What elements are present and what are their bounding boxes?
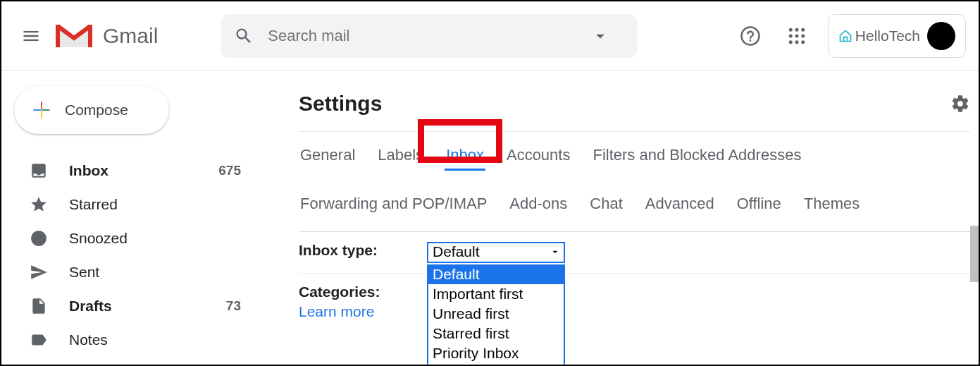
svg-point-7 [795, 40, 798, 44]
tab-forwarding[interactable]: Forwarding and POP/IMAP [299, 190, 488, 217]
option-important-first[interactable]: Important first [428, 284, 564, 304]
account-chip[interactable]: HelloTech [828, 14, 966, 58]
tabs-row-2: Forwarding and POP/IMAP Add-ons Chat Adv… [299, 181, 970, 227]
search-icon [234, 26, 254, 46]
hamburger-icon [21, 26, 41, 46]
svg-point-2 [801, 28, 805, 31]
tab-offline[interactable]: Offline [736, 190, 783, 217]
sidebar-item-notes[interactable]: Notes [1, 323, 283, 357]
tabs-row-1: General Labels Inbox Accounts Filters an… [299, 132, 970, 181]
account-name: HelloTech [855, 28, 920, 44]
sidebar-item-starred[interactable]: Starred [1, 188, 283, 221]
inbox-icon [30, 161, 48, 180]
drafts-icon [30, 297, 48, 315]
settings-gear-icon[interactable] [950, 94, 970, 114]
header: Gmail HelloTech [1, 1, 979, 71]
tab-labels[interactable]: Labels [376, 142, 425, 171]
inbox-type-row: Inbox type: Default Default Important fi… [299, 232, 970, 273]
svg-point-1 [795, 28, 798, 31]
option-default[interactable]: Default [428, 264, 564, 284]
sidebar-item-inbox[interactable]: Inbox 675 [1, 154, 283, 188]
scrollbar[interactable] [970, 226, 979, 282]
tab-filters[interactable]: Filters and Blocked Addresses [591, 142, 802, 171]
search-input[interactable] [268, 27, 583, 45]
option-starred-first[interactable]: Starred first [428, 324, 564, 343]
send-icon [30, 263, 48, 281]
gmail-logo[interactable]: Gmail [55, 22, 158, 50]
page-title: Settings [299, 92, 382, 116]
inbox-type-select[interactable]: Default Default Important first Unread f… [427, 242, 565, 263]
tab-inbox[interactable]: Inbox [445, 142, 485, 171]
star-icon [30, 195, 48, 214]
apps-grid-icon [786, 25, 807, 47]
svg-point-4 [795, 34, 798, 37]
gmail-m-icon [55, 22, 93, 50]
help-icon [740, 25, 761, 47]
main-menu-button[interactable] [14, 19, 48, 53]
tab-addons[interactable]: Add-ons [508, 190, 569, 217]
tab-accounts[interactable]: Accounts [505, 142, 572, 171]
tab-chat[interactable]: Chat [588, 190, 624, 217]
help-button[interactable] [735, 20, 766, 51]
svg-point-0 [789, 28, 793, 31]
nav-list: Inbox 675 Starred Snoozed Sent Drafts 73 [1, 154, 283, 357]
tab-advanced[interactable]: Advanced [644, 190, 716, 217]
hellotech-house-icon [838, 29, 852, 43]
tab-general[interactable]: General [299, 142, 356, 171]
sidebar: Compose Inbox 675 Starred Snoozed Sent [1, 71, 283, 365]
settings-tabs: General Labels Inbox Accounts Filters an… [299, 131, 970, 227]
compose-button[interactable]: Compose [14, 86, 169, 134]
option-unread-first[interactable]: Unread first [428, 304, 564, 324]
settings-body: Inbox type: Default Default Important fi… [299, 231, 970, 330]
main-content: Settings General Labels Inbox Accounts F… [283, 71, 979, 365]
main-header: Settings [299, 92, 970, 116]
header-right: HelloTech [735, 14, 966, 58]
search-options-icon[interactable] [590, 26, 610, 46]
svg-point-5 [801, 34, 805, 37]
inbox-type-selected: Default [433, 243, 480, 260]
account-logo: HelloTech [838, 28, 920, 44]
dropdown-arrow-icon [550, 246, 561, 257]
inbox-type-dropdown: Default Important first Unread first Sta… [427, 264, 565, 366]
svg-point-8 [801, 40, 805, 44]
gmail-text: Gmail [103, 24, 158, 48]
inbox-type-label: Inbox type: [299, 242, 427, 259]
option-priority-inbox[interactable]: Priority Inbox [428, 343, 564, 363]
svg-point-6 [789, 40, 793, 44]
categories-row: Categories: Learn more [299, 274, 970, 330]
sidebar-item-snoozed[interactable]: Snoozed [1, 221, 283, 255]
svg-point-3 [789, 34, 793, 37]
compose-plus-icon [31, 99, 52, 121]
categories-label: Categories: [299, 283, 427, 300]
clock-icon [30, 229, 48, 248]
apps-button[interactable] [781, 20, 812, 51]
compose-label: Compose [65, 102, 128, 118]
body: Compose Inbox 675 Starred Snoozed Sent [1, 71, 979, 365]
search-bar[interactable] [221, 14, 637, 58]
label-icon [30, 331, 48, 349]
learn-more-link[interactable]: Learn more [299, 303, 374, 320]
avatar[interactable] [927, 22, 955, 50]
tab-themes[interactable]: Themes [802, 190, 861, 217]
sidebar-item-drafts[interactable]: Drafts 73 [1, 289, 283, 323]
sidebar-item-sent[interactable]: Sent [1, 255, 283, 289]
option-multiple-inboxes[interactable]: Multiple Inboxes [428, 363, 564, 366]
